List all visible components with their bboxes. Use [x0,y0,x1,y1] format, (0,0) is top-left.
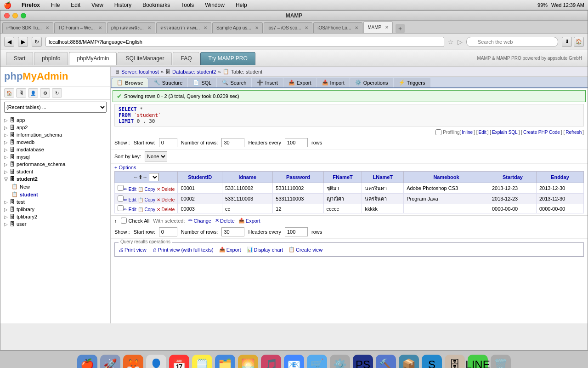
sidebar-user-btn[interactable]: 👤 [28,88,38,98]
mamp-tab-try-pro[interactable]: Try MAMP PRO [200,52,255,65]
copy-link[interactable]: 📋 Copy [136,187,155,192]
table-student[interactable]: 📋student [0,190,110,198]
row-checkbox[interactable] [118,196,124,201]
tab-close[interactable]: ✕ [305,25,308,30]
delete-link[interactable]: ✕ Delete [215,218,235,224]
address-input[interactable] [45,37,444,47]
tab-ios-iphone[interactable]: iOS/iPhone Lo... ✕ [313,22,362,33]
dock-syspreferences[interactable]: ⚙️ [330,355,350,368]
nav-sql[interactable]: 📄 SQL [188,78,216,87]
dock-notes[interactable]: 🗒️ [192,355,212,368]
nav-structure[interactable]: 🔧 Structure [149,78,188,87]
dock-photos[interactable]: 🌅 [238,355,258,368]
create-view-link[interactable]: 📋 Create view [288,247,322,253]
search-input[interactable] [466,37,558,47]
th-lname[interactable]: LNameT [362,172,404,183]
dock-finder2[interactable]: 🗄 [445,355,465,368]
th-endday[interactable]: Endday [536,172,583,183]
mamp-tab-start[interactable]: Start [6,52,33,65]
db-student[interactable]: ▷🗄student [0,168,110,175]
profiling-explain-link[interactable]: Explain SQL [492,130,518,135]
delete-link[interactable]: ✕ Delete [155,187,175,192]
nav-triggers[interactable]: ⚡ Triggers [394,78,430,87]
sort-select[interactable]: None [145,151,167,161]
db-mysql[interactable]: ▷🗄mysql [0,153,110,161]
home-button[interactable]: 🏠 [574,37,584,47]
profiling-checkbox[interactable] [435,129,441,135]
dock-appstore[interactable]: 🛒 [307,355,327,368]
breadcrumb-database[interactable]: Database: student2 [172,69,216,75]
db-user[interactable]: ▷🗄user [0,220,110,228]
mamp-tab-phpinfo[interactable]: phpInfo [34,52,68,65]
th-namebook[interactable]: Namebook [404,172,489,183]
dock-line[interactable]: LINE [468,355,488,368]
th-startday[interactable]: Startday [489,172,536,183]
breadcrumb-server[interactable]: Server: localhost [121,69,159,75]
dock-trash[interactable]: 🗑️ [491,355,511,368]
db-test[interactable]: ▷🗄test [0,198,110,206]
dock-virtualbox[interactable]: 📦 [399,355,419,368]
profiling-refresh-link[interactable]: Refresh [565,130,582,135]
db-app[interactable]: ▷🗄app [0,116,110,124]
tab-tc-forum[interactable]: TC Forum – We... ✕ [54,22,106,33]
db-tplibrary[interactable]: ▷🗄tplibrary [0,206,110,213]
db-movedb[interactable]: ▷🗄movedb [0,138,110,146]
db-student2[interactable]: ▽🗄student2 [0,175,110,183]
nav-search[interactable]: 🔍 Search [217,78,251,87]
tab-close[interactable]: ✕ [355,25,358,30]
forward-button[interactable]: ▶ [18,37,28,47]
sidebar-db-btn[interactable]: 🗄 [16,88,26,98]
th-idname[interactable]: Idname [222,172,272,183]
check-all-checkbox[interactable] [121,218,127,224]
db-mydatabase[interactable]: ▷🗄mydatabase [0,146,110,153]
dock-files[interactable]: 🗂️ [215,355,235,368]
row-checkbox[interactable] [118,205,124,211]
new-tab-button[interactable]: + [396,24,405,33]
menu-view[interactable]: View [89,2,106,8]
db-app2[interactable]: ▷🗄app2 [0,124,110,131]
mamp-tab-faq[interactable]: FAQ [173,52,199,65]
display-chart-link[interactable]: 📊 Display chart [247,247,283,253]
tab-close[interactable]: ✕ [147,25,151,30]
edit-link[interactable]: ✏ Edit [124,207,136,212]
maximize-button[interactable] [21,13,26,18]
th-password[interactable]: Password [273,172,323,183]
start-row-input[interactable] [159,138,177,147]
db-tplibrary2[interactable]: ▷🗄tplibrary2 [0,213,110,220]
change-link[interactable]: ✏ Change [188,218,211,224]
export-results-link[interactable]: 📤 Export [219,247,241,253]
recent-tables-select[interactable]: (Recent tables) ... [4,102,107,113]
dock-xcode[interactable]: 🔨 [376,355,396,368]
nav-export[interactable]: 📤 Export [283,78,317,87]
count-input-b[interactable] [221,227,244,236]
copy-link[interactable]: 📋 Copy [136,207,155,212]
row-checkbox[interactable] [118,185,124,191]
menu-bookmarks[interactable]: Bookmarks [140,2,173,8]
edit-link[interactable]: ✏ Edit [124,187,136,192]
start-row-input-b[interactable] [159,227,177,236]
delete-link[interactable]: ✕ Delete [155,207,175,212]
dock-finder[interactable]: 🍎 [77,355,97,368]
menu-file[interactable]: File [48,2,62,8]
dock-calendar[interactable]: 📅 [169,355,189,368]
dock-launchpad[interactable]: 🚀 [100,355,120,368]
back-button[interactable]: ◀ [4,37,14,47]
tab-close[interactable]: ✕ [45,25,49,30]
table-new[interactable]: 📋New [0,183,110,190]
tab-close[interactable]: ✕ [98,25,102,30]
db-information-schema[interactable]: ▷🗄information_schema [0,131,110,138]
tab-php[interactable]: php แสดงหนัง... ✕ [107,22,155,33]
print-full-view-link[interactable]: 🖨 Print view (with full texts) [152,247,214,253]
tab-close[interactable]: ✕ [255,25,259,30]
mamp-tab-sqlite[interactable]: SQLiteManager [118,52,172,65]
nav-import[interactable]: 📥 Import [317,78,350,87]
tab-close[interactable]: ✕ [385,25,389,30]
th-studentid[interactable]: StudentID [178,172,222,183]
recent-tables-dropdown[interactable]: (Recent tables) ... [4,102,107,113]
dock-photoshop[interactable]: PS [353,355,373,368]
profiling-inline-link[interactable]: Inline [462,130,473,135]
tab-ios7[interactable]: ios7 – iOS sco... ✕ [264,22,313,33]
bookmark-arrow[interactable]: ▷ [458,38,463,46]
nav-insert[interactable]: ➕ Insert [252,78,283,87]
dock-mail[interactable]: 📧 [284,355,304,368]
